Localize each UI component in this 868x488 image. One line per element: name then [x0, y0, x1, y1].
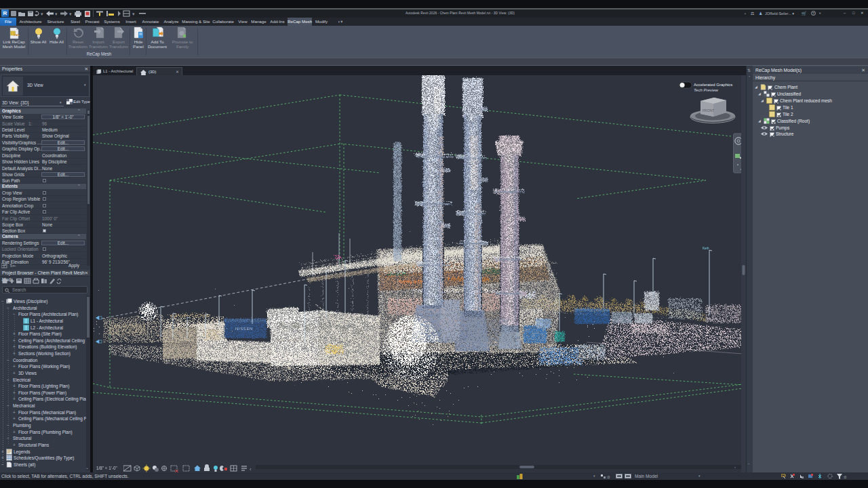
svg-text:▾: ▾: [69, 12, 72, 16]
svg-text:▾: ▾: [55, 12, 58, 16]
svg-text::0: :0: [606, 475, 610, 479]
svg-text:Tech Preview: Tech Preview: [694, 88, 718, 92]
svg-text:▾: ▾: [132, 12, 135, 16]
svg-text:Accelerated Graphics: Accelerated Graphics: [694, 83, 732, 87]
svg-text:›: ›: [734, 465, 736, 469]
svg-text:FRONT: FRONT: [703, 108, 714, 113]
svg-text:‹: ‹: [250, 466, 252, 472]
svg-text:Kerb: Kerb: [703, 247, 709, 250]
svg-text::0: :0: [843, 475, 847, 479]
svg-text:▾: ▾: [41, 12, 43, 16]
